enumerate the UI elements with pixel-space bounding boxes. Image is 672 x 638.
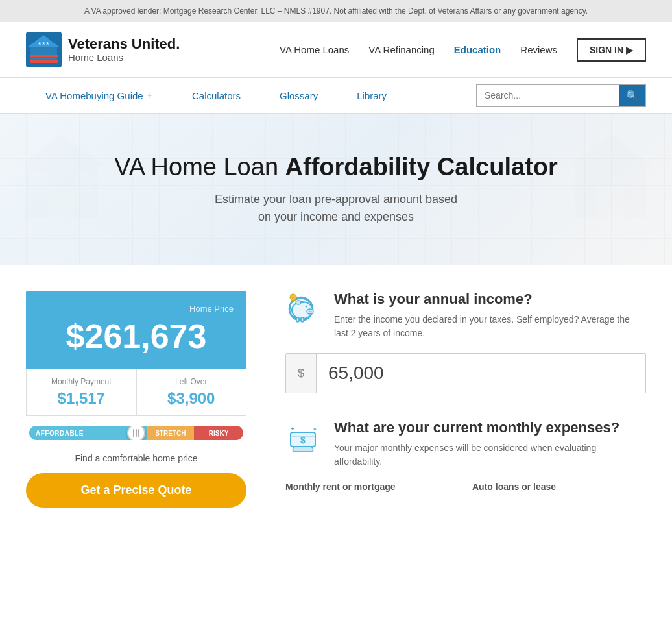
slider-track[interactable]: AFFORDABLE STRETCH RISKY [29,426,243,440]
search-icon: 🔍 [626,90,639,101]
slider-handle[interactable] [127,426,145,440]
nav-va-refinancing[interactable]: VA Refinancing [368,44,434,55]
svg-rect-24 [300,302,305,303]
svg-text:✦: ✦ [313,426,317,432]
slider-stretch-label: STRETCH [155,430,186,437]
expenses-description: Your major monthly expenses will be cons… [334,441,646,469]
main-nav: VA Home Loans VA Refinancing Education R… [280,38,646,62]
logo-icon: ★★★ [26,32,62,67]
expenses-header: $ ✦ ✦ What are your current monthly expe… [285,419,646,469]
expense-label-auto: Auto loans or lease [472,482,646,492]
hero-subtitle: Estimate your loan pre-approval amount b… [26,191,646,226]
nav-glossary[interactable]: Glossary [260,79,337,113]
slider-risky-zone: RISKY [194,426,243,440]
logo: ★★★ Veterans United. Home Loans [26,32,180,67]
secondary-nav: VA Homebuying Guide + Calculators Glossa… [0,78,672,114]
svg-rect-5 [30,60,58,63]
expenses-labels: Monthly rent or mortgage Auto loans or l… [285,482,646,492]
expense-label-rent: Monthly rent or mortgage [285,482,459,492]
svg-point-19 [311,311,312,312]
expenses-heading: What are your current monthly expenses? [334,419,646,436]
affordability-slider: AFFORDABLE STRETCH RISKY [26,426,246,440]
income-heading: What is your annual income? [334,291,646,308]
svg-point-20 [306,306,307,308]
nav-va-home-loans[interactable]: VA Home Loans [280,44,349,55]
find-text: Find a comfortable home price [26,453,246,463]
income-input[interactable] [317,354,645,393]
svg-text:✦: ✦ [290,425,295,432]
logo-text: Veterans United. Home Loans [68,36,180,63]
svg-rect-4 [30,55,58,57]
nav-reviews[interactable]: Reviews [520,44,557,55]
left-over-box: Left Over $3,900 [136,369,247,416]
nav-homebuying-guide[interactable]: VA Homebuying Guide + [26,78,173,113]
price-display: Home Price $261,673 [26,291,246,369]
nav-library[interactable]: Library [337,79,406,113]
search-button[interactable]: 🔍 [619,85,645,106]
form-area: $ What is your annual income? Enter the … [285,291,646,518]
left-over-value: $3,900 [147,389,237,408]
left-over-label: Left Over [147,377,237,386]
slider-stretch-zone: STRETCH [147,426,195,440]
payment-row: Monthly Payment $1,517 Left Over $3,900 [26,369,246,416]
income-header: $ What is your annual income? Enter the … [285,291,646,340]
home-price-value: $261,673 [39,317,234,356]
slider-handle-icon [133,429,139,437]
income-text: What is your annual income? Enter the in… [334,291,646,340]
top-banner: A VA approved lender; Mortgage Research … [0,0,672,22]
monthly-payment-box: Monthly Payment $1,517 [26,369,136,416]
slider-affordable-label: AFFORDABLE [36,430,84,437]
calculator-section: Home Price $261,673 Monthly Payment $1,5… [0,265,672,544]
slider-risky-label: RISKY [209,430,229,437]
svg-text:$: $ [300,435,306,445]
expenses-section: $ ✦ ✦ What are your current monthly expe… [285,419,646,492]
home-price-label: Home Price [39,304,234,313]
hero-section: VA Home Loan Affordability Calculator Es… [0,114,672,265]
expenses-text: What are your current monthly expenses? … [334,419,646,469]
hero-title: VA Home Loan Affordability Calculator [26,153,646,181]
svg-point-18 [309,311,310,312]
sign-in-button[interactable]: SIGN IN ▶ [577,38,646,62]
monthly-payment-label: Monthly Payment [36,377,126,386]
expenses-icon: $ ✦ ✦ [285,419,321,455]
get-quote-button[interactable]: Get a Precise Quote [26,473,246,508]
search-area: 🔍 [476,84,646,107]
monthly-payment-value: $1,517 [36,389,126,408]
piggy-bank-icon: $ [285,291,321,326]
header: ★★★ Veterans United. Home Loans VA Home … [0,22,672,78]
svg-rect-22 [296,317,299,322]
plus-icon: + [147,90,153,101]
income-description: Enter the income you declared in your ta… [334,313,646,340]
search-input[interactable] [477,86,619,104]
banner-text: A VA approved lender; Mortgage Research … [84,6,588,16]
nav-calculators[interactable]: Calculators [173,79,260,113]
income-section: $ What is your annual income? Enter the … [285,291,646,393]
calculator-card: Home Price $261,673 Monthly Payment $1,5… [26,291,246,508]
nav-education[interactable]: Education [454,44,501,55]
income-input-wrapper: $ [285,353,646,393]
income-input-prefix: $ [286,354,317,393]
svg-rect-23 [301,317,304,322]
svg-text:★★★: ★★★ [38,41,49,45]
